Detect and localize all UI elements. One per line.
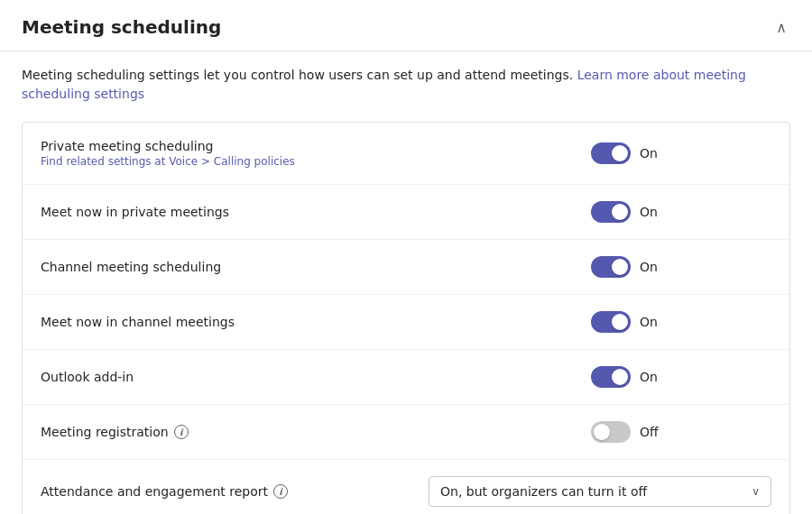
dropdown-value-attendance-engagement-report: On, but organizers can turn it off bbox=[440, 484, 647, 499]
toggle-thumb-meet-now-private bbox=[612, 204, 628, 220]
setting-control-private-meeting-scheduling: On bbox=[591, 142, 771, 164]
setting-label-meeting-registration: Meeting registrationi bbox=[41, 425, 189, 439]
collapse-button[interactable]: ∧ bbox=[772, 18, 790, 36]
toggle-private-meeting-scheduling[interactable] bbox=[591, 142, 631, 164]
toggle-thumb-channel-meeting-scheduling bbox=[612, 259, 628, 275]
dropdown-attendance-engagement-report[interactable]: On, but organizers can turn it off∨ bbox=[429, 476, 771, 507]
setting-row-attendance-engagement-report: Attendance and engagement reportiOn, but… bbox=[23, 460, 789, 514]
setting-control-attendance-engagement-report: On, but organizers can turn it off∨ bbox=[429, 476, 771, 507]
settings-card: Private meeting schedulingFind related s… bbox=[22, 122, 790, 514]
toggle-label-private-meeting-scheduling: On bbox=[640, 146, 658, 161]
toggle-meet-now-private[interactable] bbox=[591, 201, 631, 223]
setting-row-meet-now-private: Meet now in private meetingsOn bbox=[23, 185, 789, 240]
toggle-track-meet-now-channel bbox=[591, 311, 631, 333]
setting-row-private-meeting-scheduling: Private meeting schedulingFind related s… bbox=[23, 123, 789, 185]
toggle-track-outlook-addin bbox=[591, 366, 631, 388]
toggle-thumb-private-meeting-scheduling bbox=[612, 145, 628, 161]
setting-row-outlook-addin: Outlook add-inOn bbox=[23, 350, 789, 405]
panel-description: Meeting scheduling settings let you cont… bbox=[0, 51, 812, 122]
toggle-track-meet-now-private bbox=[591, 201, 631, 223]
setting-text-meeting-registration: Meeting registration bbox=[41, 425, 169, 439]
toggle-thumb-meet-now-channel bbox=[612, 314, 628, 330]
toggle-track-channel-meeting-scheduling bbox=[591, 256, 631, 278]
setting-text-channel-meeting-scheduling: Channel meeting scheduling bbox=[41, 260, 221, 274]
toggle-track-meeting-registration bbox=[591, 421, 631, 443]
meeting-scheduling-panel: Meeting scheduling ∧ Meeting scheduling … bbox=[0, 0, 812, 514]
toggle-label-meeting-registration: Off bbox=[640, 425, 659, 439]
setting-row-meeting-registration: Meeting registrationiOff bbox=[23, 405, 789, 460]
toggle-thumb-meeting-registration bbox=[594, 424, 610, 440]
setting-control-meeting-registration: Off bbox=[591, 421, 771, 443]
toggle-thumb-outlook-addin bbox=[612, 369, 628, 385]
setting-control-outlook-addin: On bbox=[591, 366, 771, 388]
toggle-label-channel-meeting-scheduling: On bbox=[640, 260, 658, 274]
dropdown-chevron-attendance-engagement-report: ∨ bbox=[752, 485, 760, 498]
info-icon-attendance-engagement-report[interactable]: i bbox=[273, 484, 288, 499]
toggle-meet-now-channel[interactable] bbox=[591, 311, 631, 333]
setting-control-channel-meeting-scheduling: On bbox=[591, 256, 771, 278]
setting-label-channel-meeting-scheduling: Channel meeting scheduling bbox=[41, 260, 221, 274]
setting-label-meet-now-channel: Meet now in channel meetings bbox=[41, 315, 235, 329]
setting-sublabel-private-meeting-scheduling: Find related settings at Voice > Calling… bbox=[41, 155, 295, 168]
setting-row-meet-now-channel: Meet now in channel meetingsOn bbox=[23, 295, 789, 350]
toggle-outlook-addin[interactable] bbox=[591, 366, 631, 388]
setting-label-outlook-addin: Outlook add-in bbox=[41, 370, 134, 384]
setting-label-meet-now-private: Meet now in private meetings bbox=[41, 205, 229, 219]
setting-text-meet-now-channel: Meet now in channel meetings bbox=[41, 315, 235, 329]
toggle-meeting-registration[interactable] bbox=[591, 421, 631, 443]
setting-control-meet-now-private: On bbox=[591, 201, 771, 223]
info-icon-meeting-registration[interactable]: i bbox=[174, 425, 189, 439]
setting-label-private-meeting-scheduling: Private meeting schedulingFind related s… bbox=[41, 139, 295, 168]
setting-row-channel-meeting-scheduling: Channel meeting schedulingOn bbox=[23, 240, 789, 295]
setting-control-meet-now-channel: On bbox=[591, 311, 771, 333]
description-text: Meeting scheduling settings let you cont… bbox=[22, 68, 577, 82]
setting-label-attendance-engagement-report: Attendance and engagement reporti bbox=[41, 484, 288, 499]
setting-text-outlook-addin: Outlook add-in bbox=[41, 370, 134, 384]
toggle-channel-meeting-scheduling[interactable] bbox=[591, 256, 631, 278]
toggle-label-outlook-addin: On bbox=[640, 370, 658, 384]
panel-header: Meeting scheduling ∧ bbox=[0, 0, 812, 51]
setting-text-meet-now-private: Meet now in private meetings bbox=[41, 205, 229, 219]
setting-text-private-meeting-scheduling: Private meeting scheduling bbox=[41, 139, 295, 153]
setting-text-attendance-engagement-report: Attendance and engagement report bbox=[41, 484, 268, 499]
toggle-label-meet-now-private: On bbox=[640, 205, 658, 219]
panel-title: Meeting scheduling bbox=[22, 16, 221, 38]
toggle-track-private-meeting-scheduling bbox=[591, 142, 631, 164]
toggle-label-meet-now-channel: On bbox=[640, 315, 658, 329]
